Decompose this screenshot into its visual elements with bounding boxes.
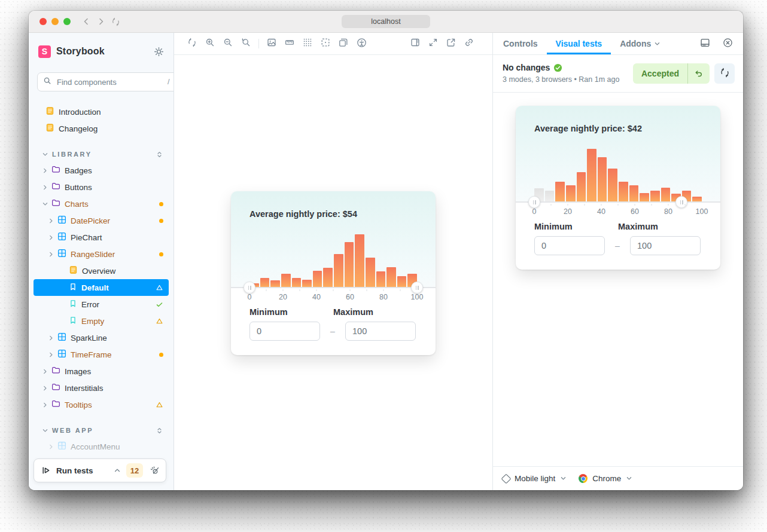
chevron-down-icon bbox=[654, 41, 661, 47]
fullscreen-button[interactable] bbox=[424, 35, 442, 52]
histogram-area: Average nightly price: $54 bbox=[231, 191, 436, 288]
axis-tick bbox=[266, 289, 267, 291]
close-window-button[interactable] bbox=[39, 18, 47, 25]
back-icon[interactable] bbox=[81, 17, 91, 26]
sidebar-item-error[interactable]: Error bbox=[34, 296, 169, 313]
minimize-window-button[interactable] bbox=[51, 18, 59, 25]
accepted-button[interactable]: Accepted bbox=[633, 63, 710, 84]
play-icon[interactable] bbox=[41, 466, 51, 475]
rerun-tests-button[interactable] bbox=[714, 63, 735, 84]
panel-toggle-button[interactable] bbox=[406, 35, 424, 52]
maximum-input[interactable] bbox=[345, 322, 416, 341]
bookmark-icon bbox=[69, 299, 77, 310]
section-header-webapp[interactable]: WEB APP bbox=[34, 423, 169, 438]
chevron-up-icon[interactable] bbox=[114, 467, 121, 474]
sidebar-item-charts[interactable]: Charts bbox=[34, 195, 169, 212]
axis-labels: 020406080100 bbox=[249, 288, 417, 304]
search-shortcut-key: / bbox=[168, 78, 169, 86]
minimum-input[interactable] bbox=[249, 322, 320, 341]
open-external-button[interactable] bbox=[442, 35, 460, 52]
tab-addons[interactable]: Addons bbox=[611, 33, 669, 54]
chevron-right-icon bbox=[48, 234, 54, 241]
axis-tick-label: 100 bbox=[411, 293, 424, 301]
warning-icon bbox=[156, 317, 163, 325]
range-slider-card: Average nightly price: $54 020406080100 … bbox=[231, 191, 436, 355]
maximum-input[interactable] bbox=[630, 236, 701, 255]
histogram-bar bbox=[281, 274, 291, 287]
sidebar-item-badges[interactable]: Badges bbox=[34, 162, 169, 179]
address-bar[interactable]: localhost bbox=[342, 15, 430, 28]
chevron-right-icon bbox=[48, 218, 54, 224]
gear-icon[interactable] bbox=[154, 47, 164, 57]
expand-all-icon[interactable] bbox=[156, 151, 163, 158]
sidebar-item-timeframe[interactable]: TimeFrame bbox=[34, 346, 169, 363]
browser-window: localhost S Storybook / bbox=[29, 11, 743, 490]
accessibility-button[interactable] bbox=[352, 35, 370, 52]
sidebar-item-piechart[interactable]: PieChart bbox=[34, 229, 169, 246]
bookmark-icon bbox=[69, 283, 77, 293]
histogram-bar bbox=[629, 185, 639, 201]
search-input[interactable]: / bbox=[37, 72, 174, 91]
reload-icon[interactable] bbox=[111, 17, 120, 26]
copy-link-button[interactable] bbox=[460, 35, 478, 52]
histogram-bar bbox=[608, 169, 617, 201]
sidebar-item-introduction[interactable]: Introduction bbox=[34, 103, 169, 120]
sidebar-item-rangeslider[interactable]: RangeSlider bbox=[34, 246, 169, 262]
story-tree: Introduction Changelog LIBRARY Badges bbox=[29, 103, 174, 472]
mode-select[interactable]: Mobile light bbox=[503, 474, 567, 483]
axis-tick bbox=[618, 204, 619, 206]
axis-tick bbox=[283, 289, 284, 291]
sidebar-item-interstitials[interactable]: Interstitials bbox=[34, 380, 169, 396]
run-tests-label[interactable]: Run tests bbox=[56, 466, 93, 475]
forward-icon[interactable] bbox=[96, 17, 106, 26]
test-count-badge[interactable]: 12 bbox=[126, 463, 143, 478]
zoom-out-button[interactable] bbox=[219, 35, 237, 52]
histogram-bar bbox=[661, 188, 671, 201]
range-separator: – bbox=[320, 326, 345, 336]
undo-icon[interactable] bbox=[688, 63, 710, 84]
viewport-button[interactable] bbox=[334, 35, 352, 52]
document-icon bbox=[69, 265, 78, 276]
zoom-reset-button[interactable] bbox=[237, 35, 255, 52]
tab-visual-tests[interactable]: Visual tests bbox=[547, 33, 611, 54]
chevron-down-icon bbox=[42, 151, 48, 158]
zoom-out-icon bbox=[223, 38, 233, 50]
expand-all-icon[interactable] bbox=[156, 427, 163, 435]
histogram-bar bbox=[313, 271, 322, 287]
axis-tick bbox=[685, 204, 686, 206]
zoom-window-button[interactable] bbox=[63, 18, 71, 25]
browser-select[interactable]: Chrome bbox=[579, 474, 632, 483]
sidebar-item-empty[interactable]: Empty bbox=[34, 313, 169, 329]
sidebar-item-buttons[interactable]: Buttons bbox=[34, 179, 169, 195]
diamond-icon bbox=[501, 473, 512, 484]
zoom-in-icon bbox=[205, 38, 215, 50]
grid-button[interactable] bbox=[299, 35, 316, 52]
sidebar-item-default[interactable]: Default bbox=[34, 279, 169, 296]
remount-button[interactable] bbox=[183, 35, 201, 52]
outline-button[interactable] bbox=[316, 35, 334, 52]
watch-mode-icon[interactable] bbox=[150, 466, 160, 476]
histogram-bar bbox=[640, 193, 649, 201]
search-field[interactable] bbox=[56, 77, 163, 87]
axis-tick bbox=[333, 289, 334, 291]
section-header-library[interactable]: LIBRARY bbox=[34, 146, 169, 162]
minimum-input[interactable] bbox=[534, 236, 605, 255]
sidebar-item-changelog[interactable]: Changelog bbox=[34, 120, 169, 137]
sidebar-item-images[interactable]: Images bbox=[34, 363, 169, 380]
sidebar-item-accountmenu[interactable]: AccountMenu bbox=[34, 438, 169, 455]
measure-button[interactable] bbox=[281, 35, 299, 52]
snapshot-content: Average nightly price: $42 020406080100 … bbox=[493, 93, 743, 466]
close-panel-button[interactable] bbox=[720, 35, 735, 52]
axis-tick-label: 0 bbox=[532, 207, 537, 216]
sidebar-item-sparkline[interactable]: SparkLine bbox=[34, 329, 169, 346]
folder-icon bbox=[51, 198, 60, 209]
sidebar-item-tooltips[interactable]: Tooltips bbox=[34, 396, 169, 413]
panel-position-button[interactable] bbox=[698, 35, 712, 52]
folder-icon bbox=[51, 383, 60, 393]
sidebar-item-overview[interactable]: Overview bbox=[34, 262, 169, 279]
zoom-in-button[interactable] bbox=[201, 35, 219, 52]
background-button[interactable] bbox=[263, 35, 281, 52]
histogram-bar bbox=[386, 267, 396, 287]
tab-controls[interactable]: Controls bbox=[494, 33, 547, 54]
sidebar-item-datepicker[interactable]: DatePicker bbox=[34, 212, 169, 229]
